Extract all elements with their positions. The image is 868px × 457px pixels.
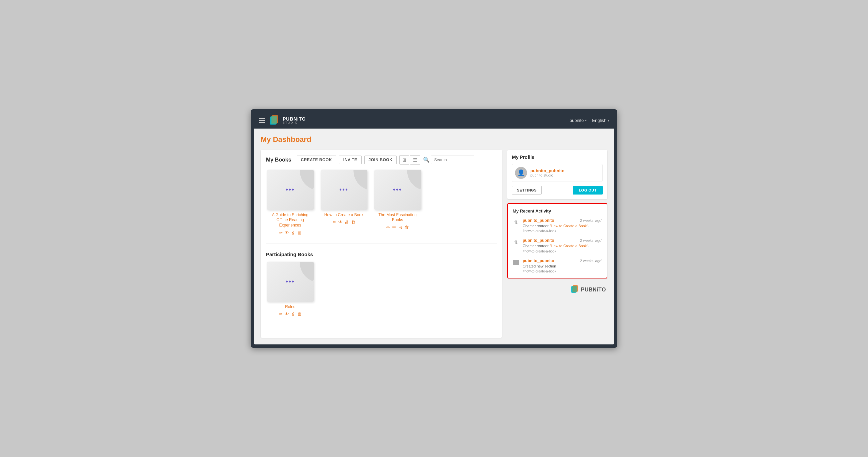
nav-language-menu[interactable]: English ▾ xyxy=(592,118,609,123)
participating-books-grid: ••• Roles ✏ 👁 🖨 🗑 xyxy=(266,262,497,325)
activity-tag-1: #how-to-create-a-book xyxy=(523,229,602,233)
book-edit-icon-3[interactable]: ✏ xyxy=(386,225,390,230)
book-actions-2: ✏ 👁 🖨 🗑 xyxy=(333,220,355,225)
my-books-title: My Books xyxy=(266,157,291,163)
lang-dropdown-arrow: ▾ xyxy=(608,119,609,122)
participating-book-actions-1: ✏ 👁 🖨 🗑 xyxy=(279,312,302,317)
book-delete-icon-1[interactable]: 🗑 xyxy=(297,230,302,235)
activity-desc-3: Created new section xyxy=(523,264,602,269)
nav-language-label: English xyxy=(592,118,606,123)
book-actions-1: ✏ 👁 🖨 🗑 xyxy=(279,230,302,235)
create-book-button[interactable]: CREATE BOOK xyxy=(297,156,336,164)
participating-print-icon-1[interactable]: 🖨 xyxy=(291,312,295,317)
participating-books-title: Participating Books xyxy=(266,252,497,257)
activity-content-3: pubnito_pubnito 2 weeks 'ago' Created ne… xyxy=(523,259,602,273)
participating-book-dots-1: ••• xyxy=(286,278,294,286)
book-print-icon-2[interactable]: 🖨 xyxy=(345,220,349,225)
avatar: 👤 xyxy=(515,167,527,179)
activity-header-1: pubnito_pubnito 2 weeks 'ago' xyxy=(523,218,602,223)
book-title-1: A Guide to Enriching Offline Reading Exp… xyxy=(266,213,314,228)
participating-view-icon-1[interactable]: 👁 xyxy=(285,312,289,317)
book-view-icon-1[interactable]: 👁 xyxy=(285,230,289,235)
join-book-button[interactable]: JOIN BOOK xyxy=(364,156,397,164)
settings-button[interactable]: SETTINGS xyxy=(512,186,542,195)
footer-logo: PUBNiTO xyxy=(507,285,607,294)
participating-edit-icon-1[interactable]: ✏ xyxy=(279,312,283,317)
book-edit-icon-1[interactable]: ✏ xyxy=(279,230,283,235)
profile-title: My Profile xyxy=(512,155,603,160)
user-dropdown-arrow: ▾ xyxy=(585,119,587,122)
book-edit-icon-2[interactable]: ✏ xyxy=(333,220,336,225)
footer-logo-icon xyxy=(571,285,579,294)
book-delete-icon-3[interactable]: 🗑 xyxy=(405,225,409,230)
book-cover-2[interactable]: ••• xyxy=(321,170,367,210)
hamburger-menu[interactable] xyxy=(259,118,265,123)
logo-area: PUBNiTO STUDIO xyxy=(269,115,306,126)
profile-info: 👤 pubnito_pubnito pubnito studio xyxy=(512,164,603,182)
logout-button[interactable]: LOG OUT xyxy=(573,186,603,195)
book-view-icon-2[interactable]: 👁 xyxy=(338,220,343,225)
left-panel: My Books CREATE BOOK INVITE JOIN BOOK ⊞ … xyxy=(261,150,502,338)
activity-time-3: 2 weeks 'ago' xyxy=(580,259,602,263)
book-view-icon-3[interactable]: 👁 xyxy=(392,225,396,230)
activity-item-1: ⇅ pubnito_pubnito 2 weeks 'ago' Chapter … xyxy=(513,218,602,233)
right-panel: My Profile 👤 pubnito_pubnito pubnito stu… xyxy=(507,150,607,294)
invite-button[interactable]: INVITE xyxy=(339,156,362,164)
app-window: PUBNiTO STUDIO pubnito ▾ English ▾ My Da… xyxy=(251,109,617,348)
topbar: PUBNiTO STUDIO pubnito ▾ English ▾ xyxy=(254,112,614,129)
activity-header-2: pubnito_pubnito 2 weeks 'ago' xyxy=(523,238,602,243)
activity-item-3: pubnito_pubnito 2 weeks 'ago' Created ne… xyxy=(513,259,602,273)
participating-book-card-1: ••• Roles ✏ 👁 🖨 🗑 xyxy=(266,262,314,317)
footer-logo-text: PUBNiTO xyxy=(581,287,606,293)
my-books-grid: ••• A Guide to Enriching Offline Reading… xyxy=(266,170,497,243)
page-title: My Dashboard xyxy=(261,135,607,144)
activity-user-1: pubnito_pubnito xyxy=(523,218,554,223)
activity-desc-1: Chapter reorder "How to Create a Book". xyxy=(523,224,602,228)
activity-link-1[interactable]: "How to Create a Book" xyxy=(550,224,588,228)
activity-user-2: pubnito_pubnito xyxy=(523,238,554,243)
logo-studio: STUDIO xyxy=(283,121,306,124)
activity-title: My Recent Activity xyxy=(513,208,602,214)
book-cover-1[interactable]: ••• xyxy=(267,170,314,210)
logo-text: PUBNiTO STUDIO xyxy=(283,117,306,124)
participating-book-title-1: Roles xyxy=(285,304,295,310)
profile-studio: pubnito studio xyxy=(530,173,565,177)
book-delete-icon-2[interactable]: 🗑 xyxy=(351,220,355,225)
activity-content-1: pubnito_pubnito 2 weeks 'ago' Chapter re… xyxy=(523,218,602,233)
book-print-icon-3[interactable]: 🖨 xyxy=(398,225,403,230)
main-content: My Dashboard My Books CREATE BOOK INVITE… xyxy=(254,129,614,345)
search-icon-button[interactable]: 🔍 xyxy=(423,157,430,163)
profile-username: pubnito_pubnito xyxy=(530,168,565,173)
book-actions-3: ✏ 👁 🖨 🗑 xyxy=(386,225,409,230)
book-dots-3: ••• xyxy=(393,186,402,194)
participating-section: Participating Books ••• Roles ✏ 👁 🖨 xyxy=(266,252,497,325)
activity-desc-2: Chapter reorder "How to Create a Book". xyxy=(523,243,602,249)
topbar-right: pubnito ▾ English ▾ xyxy=(570,118,609,123)
book-dots-2: ••• xyxy=(339,186,348,194)
book-card-3: ••• The Most Fascinating Books ✏ 👁 🖨 🗑 xyxy=(373,170,422,235)
section-icon-3 xyxy=(513,259,519,266)
recent-activity-card: My Recent Activity ⇅ pubnito_pubnito 2 w… xyxy=(507,203,607,279)
activity-content-2: pubnito_pubnito 2 weeks 'ago' Chapter re… xyxy=(523,238,602,253)
book-cover-3[interactable]: ••• xyxy=(374,170,421,210)
topbar-left: PUBNiTO STUDIO xyxy=(259,115,306,126)
nav-user-label: pubnito xyxy=(570,118,584,123)
list-view-button[interactable]: ☰ xyxy=(410,155,420,165)
activity-link-2[interactable]: "How to Create a Book" xyxy=(550,244,588,248)
participating-book-cover-1[interactable]: ••• xyxy=(267,262,314,302)
reorder-icon-2: ⇅ xyxy=(513,239,519,246)
pubnito-logo-icon xyxy=(269,115,280,126)
layout: My Books CREATE BOOK INVITE JOIN BOOK ⊞ … xyxy=(261,150,607,338)
book-print-icon-1[interactable]: 🖨 xyxy=(291,230,295,235)
profile-buttons: SETTINGS LOG OUT xyxy=(512,186,603,195)
activity-item-2: ⇅ pubnito_pubnito 2 weeks 'ago' Chapter … xyxy=(513,238,602,253)
logo-pubnito: PUBNiTO xyxy=(283,117,306,121)
books-toolbar: My Books CREATE BOOK INVITE JOIN BOOK ⊞ … xyxy=(266,155,497,165)
participating-delete-icon-1[interactable]: 🗑 xyxy=(297,312,302,317)
nav-user-menu[interactable]: pubnito ▾ xyxy=(570,118,587,123)
grid-view-button[interactable]: ⊞ xyxy=(399,155,409,165)
profile-names: pubnito_pubnito pubnito studio xyxy=(530,168,565,177)
reorder-icon-1: ⇅ xyxy=(513,219,519,226)
book-title-3: The Most Fascinating Books xyxy=(373,213,422,223)
search-input[interactable] xyxy=(431,156,474,164)
